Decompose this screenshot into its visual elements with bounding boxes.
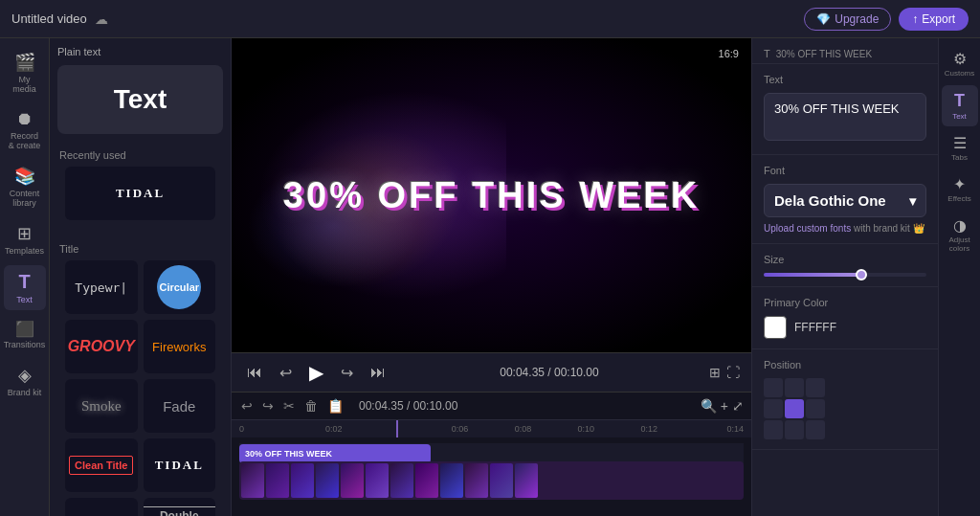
skip-end-button[interactable]: ⏭ <box>367 362 390 383</box>
rail-item-customs[interactable]: ⚙ Customs <box>942 44 978 83</box>
pos-top-center[interactable] <box>785 378 804 397</box>
pos-bot-center[interactable] <box>785 420 804 439</box>
rail-item-tabs[interactable]: ☰ Tabs <box>942 128 978 168</box>
zoom-in-button[interactable]: + <box>721 398 728 414</box>
sidebar-item-record[interactable]: ⏺ Record & create <box>4 103 46 156</box>
plain-text-card[interactable]: Text <box>57 65 223 134</box>
record-icon: ⏺ <box>16 109 33 129</box>
pos-top-right[interactable] <box>806 378 825 397</box>
scissors-button[interactable]: ✂ <box>281 396 297 415</box>
rail-item-text[interactable]: T Text <box>942 85 978 126</box>
rewind-button[interactable]: ↩ <box>276 362 296 384</box>
title-section-label: Title <box>57 243 223 255</box>
recently-used-section: Recently used TIDAL <box>50 142 231 236</box>
my-media-icon: 🎬 <box>14 52 35 73</box>
sidebar-item-brand-kit[interactable]: ◈ Brand kit <box>4 359 46 403</box>
upload-custom-fonts-link[interactable]: Upload custom fonts <box>764 223 851 234</box>
title-grid: Typewr| Circular GROOVY Fireworks Smoke … <box>57 260 223 516</box>
template-fade[interactable]: Fade <box>144 379 216 433</box>
clean-title-label: Clean Title <box>69 456 133 475</box>
circular-label: Circular <box>157 265 201 309</box>
position-section-title: Position <box>764 359 926 370</box>
playhead[interactable] <box>396 420 398 437</box>
sidebar-item-content-library[interactable]: 📚 Content library <box>4 160 46 213</box>
pos-bot-right[interactable] <box>806 420 825 439</box>
title-section: Title Typewr| Circular GROOVY Fireworks … <box>50 236 231 516</box>
template-groovy[interactable]: GROOVY <box>65 320 138 373</box>
pos-top-left[interactable] <box>764 378 783 397</box>
video-text-overlay: 30% OFF THIS WEEK <box>283 175 700 216</box>
double-lines-label: Double Lines <box>144 506 216 516</box>
rail-item-adjust-colors[interactable]: ◑ Adjust colors <box>942 211 978 258</box>
template-fireworks[interactable]: Fireworks <box>144 320 216 373</box>
color-swatch[interactable] <box>764 316 787 339</box>
template-tidal2[interactable]: TIDAL <box>144 438 216 492</box>
redo-button[interactable]: ↪ <box>260 396 276 415</box>
play-button[interactable]: ▶ <box>305 359 327 386</box>
pos-bot-left[interactable] <box>764 420 783 439</box>
template-circular[interactable]: Circular <box>144 260 216 314</box>
video-track-content <box>239 461 744 500</box>
fireworks-label: Fireworks <box>152 340 206 354</box>
text-section: Text <box>752 64 938 155</box>
text-clip[interactable]: 30% OFF THIS WEEK <box>239 444 431 463</box>
upgrade-button[interactable]: 💎 Upgrade <box>804 8 891 31</box>
size-section-title: Size <box>764 254 926 265</box>
cloud-icon: ☁ <box>95 11 108 27</box>
export-icon: ↑ <box>912 12 918 26</box>
template-bitch[interactable]: Bitch <box>65 498 138 516</box>
export-button[interactable]: ↑ Export <box>899 8 969 31</box>
copy-button[interactable]: 📋 <box>325 396 345 415</box>
smoke-label: Smoke <box>81 398 122 415</box>
video-canvas-inner: 30% OFF THIS WEEK 16:9 <box>232 38 751 352</box>
ctrl-right: ⊞ ⛶ <box>709 365 740 380</box>
template-clean-title[interactable]: Clean Title <box>65 438 138 492</box>
tabs-icon: ☰ <box>953 134 967 152</box>
color-hex-value: FFFFFF <box>794 321 836 334</box>
text-input[interactable] <box>764 93 926 141</box>
template-typewriter[interactable]: Typewr| <box>65 260 138 314</box>
text-rail-icon: T <box>954 91 965 111</box>
timeline-zoom: 🔍 + ⤢ <box>701 398 744 414</box>
sidebar-item-templates[interactable]: ⊞ Templates <box>4 217 46 261</box>
tidal-label: TIDAL <box>116 186 165 201</box>
skip-start-button[interactable]: ⏮ <box>243 362 266 383</box>
rp-header-icon: T <box>764 48 770 59</box>
effects-icon: ✦ <box>953 175 966 193</box>
size-slider-track <box>764 273 926 277</box>
sidebar-item-transitions[interactable]: ⬛ Transitions <box>4 314 46 355</box>
template-tidal[interactable]: TIDAL <box>65 167 215 220</box>
zoom-out-button[interactable]: 🔍 <box>701 398 717 414</box>
sidebar-item-text[interactable]: T Text <box>4 265 46 310</box>
size-slider-fill <box>764 273 861 277</box>
template-double-lines[interactable]: Double Lines <box>144 498 216 516</box>
topbar: Untitled video ☁ 💎 Upgrade ↑ Export <box>0 0 980 38</box>
topbar-left: Untitled video ☁ <box>11 11 108 27</box>
sidebar-item-my-media[interactable]: 🎬 My media <box>4 46 46 100</box>
position-section: Position <box>752 349 938 450</box>
trash-button[interactable]: 🗑 <box>302 396 320 415</box>
font-selector[interactable]: Dela Gothic One ▾ <box>764 184 926 217</box>
rail-item-effects[interactable]: ✦ Effects <box>942 169 978 209</box>
typewriter-label: Typewr| <box>75 280 127 295</box>
groovy-label: GROOVY <box>68 338 135 355</box>
video-controls: ⏮ ↩ ▶ ↪ ⏭ 00:04.35 / 00:10.00 ⊞ ⛶ <box>232 352 751 392</box>
upload-link: Upload custom fonts with brand kit 👑 <box>764 223 926 234</box>
fit-button[interactable]: ⤢ <box>732 398 744 414</box>
pos-mid-left[interactable] <box>764 399 783 418</box>
timeline-time: 00:04.35 / 00:10.00 <box>359 399 457 413</box>
forward-button[interactable]: ↪ <box>337 362 357 384</box>
video-track <box>239 468 744 493</box>
template-smoke[interactable]: Smoke <box>65 379 138 433</box>
color-section: Primary Color FFFFFF <box>752 287 938 349</box>
font-section: Font Dela Gothic One ▾ Upload custom fon… <box>752 155 938 244</box>
playback-time: 00:04.35 / 00:10.00 <box>399 366 700 379</box>
fullscreen-button[interactable]: ⛶ <box>726 365 740 380</box>
pos-mid-right[interactable] <box>806 399 825 418</box>
grid-view-button[interactable]: ⊞ <box>709 365 721 380</box>
undo-button[interactable]: ↩ <box>239 396 255 415</box>
size-slider-thumb[interactable] <box>856 269 867 280</box>
tidal2-label: TIDAL <box>155 458 204 473</box>
font-section-title: Font <box>764 165 926 176</box>
pos-mid-center[interactable] <box>785 399 804 418</box>
